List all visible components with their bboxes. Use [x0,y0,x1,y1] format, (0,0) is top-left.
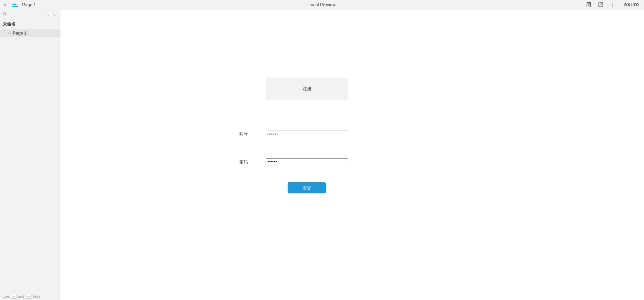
svg-rect-1 [12,4,16,5]
account-input[interactable] [266,130,348,137]
svg-point-8 [612,2,613,3]
current-page-name: Page 1 [22,2,36,7]
next-page-button[interactable]: › [52,12,57,17]
left-arrow-key-icon: ← [11,294,17,299]
svg-point-11 [3,13,6,15]
notes-button[interactable] [583,0,595,9]
chevron-left-icon: ‹ [47,12,49,17]
right-arrow-key-icon: → [26,294,32,299]
topbar: ✕ Page 1 Local Preview [0,0,644,9]
project-title: 未命名 [0,19,60,29]
sidebar: ‹ › 未命名 Page 1 Use ← and → keys [0,9,60,300]
submit-button[interactable]: 提交 [288,182,326,193]
preview-title: Local Preview [308,2,336,7]
more-vertical-icon [610,2,615,7]
search-icon [3,12,7,16]
more-button[interactable] [607,0,619,9]
notes-icon [586,2,591,7]
preview-canvas: 注册 账号 密码 提交 [60,9,644,300]
svg-line-12 [5,15,6,16]
svg-point-10 [612,6,613,6]
axure-logo[interactable]: axure [619,1,644,8]
page-nav-arrows: ‹ › [45,12,57,17]
svg-point-9 [612,4,613,5]
hamburger-icon [12,3,18,7]
keyboard-hint: Use ← and → keys [0,292,60,300]
close-icon: ✕ [3,2,7,7]
exit-frame-icon [598,2,603,7]
account-label: 账号 [239,131,248,137]
prev-page-button[interactable]: ‹ [45,12,51,17]
svg-rect-2 [12,6,18,7]
password-label: 密码 [239,159,248,165]
sidebar-page-item[interactable]: Page 1 [0,29,60,37]
page-icon [7,31,10,35]
close-button[interactable]: ✕ [0,0,10,9]
chevron-right-icon: › [54,12,56,17]
hint-keys: keys [33,294,41,298]
hint-use: Use [3,294,9,298]
sidebar-toolbar: ‹ › [0,9,60,19]
search-button[interactable] [3,11,7,17]
form-header-text: 注册 [303,86,311,92]
svg-rect-0 [12,3,18,3]
sidebar-page-label: Page 1 [13,31,27,36]
menu-button[interactable] [10,0,20,9]
password-input[interactable] [266,158,348,165]
submit-button-label: 提交 [302,185,311,191]
hint-and: and [18,294,24,298]
topbar-right: axure [583,0,644,9]
form-header: 注册 [266,77,348,100]
exit-frame-button[interactable] [595,0,607,9]
